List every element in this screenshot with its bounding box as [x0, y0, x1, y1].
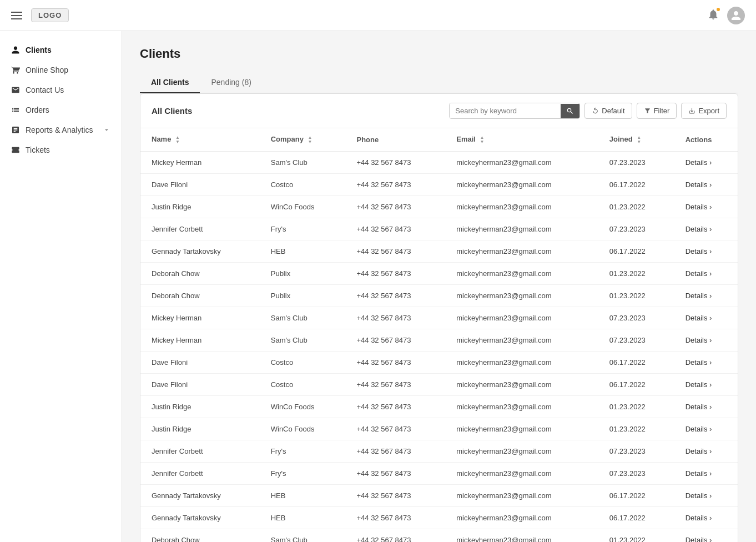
col-phone: Phone — [345, 128, 445, 151]
cell-phone: +44 32 567 8473 — [345, 240, 445, 262]
table-row: Dave Filoni Costco +44 32 567 8473 micke… — [140, 351, 738, 373]
cell-action[interactable]: Details › — [674, 218, 738, 240]
cell-action[interactable]: Details › — [674, 351, 738, 373]
col-company[interactable]: Company ▲▼ — [260, 128, 346, 151]
details-link[interactable]: Details › — [686, 314, 712, 322]
col-email[interactable]: Email ▲▼ — [445, 128, 598, 151]
reset-icon — [592, 107, 599, 114]
cell-action[interactable]: Details › — [674, 418, 738, 440]
details-link[interactable]: Details › — [686, 292, 712, 300]
notification-bell[interactable] — [707, 8, 719, 22]
cell-company: Fry's — [260, 218, 346, 240]
tab-pending[interactable]: Pending (8) — [200, 72, 262, 93]
cell-action[interactable]: Details › — [674, 262, 738, 284]
cell-action[interactable]: Details › — [674, 395, 738, 418]
sort-name[interactable]: ▲▼ — [175, 136, 180, 144]
cell-email: mickeyherman23@gmail.com — [445, 351, 598, 373]
export-button[interactable]: Export — [681, 103, 727, 119]
cell-action[interactable]: Details › — [674, 329, 738, 351]
cell-name: Deborah Chow — [140, 284, 260, 307]
sort-company[interactable]: ▲▼ — [308, 136, 313, 144]
details-link[interactable]: Details › — [686, 158, 712, 167]
user-avatar[interactable] — [727, 7, 745, 24]
details-link[interactable]: Details › — [686, 514, 712, 522]
table-row: Jennifer Corbett Fry's +44 32 567 8473 m… — [140, 462, 738, 484]
cell-joined: 06.17.2022 — [598, 484, 674, 506]
sidebar-item-clients[interactable]: Clients — [0, 40, 122, 60]
details-link[interactable]: Details › — [686, 225, 712, 233]
cell-action[interactable]: Details › — [674, 506, 738, 529]
cell-joined: 06.17.2022 — [598, 240, 674, 262]
sort-email[interactable]: ▲▼ — [480, 136, 485, 144]
details-link[interactable]: Details › — [686, 425, 712, 433]
details-link[interactable]: Details › — [686, 336, 712, 344]
cell-joined: 06.17.2022 — [598, 373, 674, 395]
cell-action[interactable]: Details › — [674, 195, 738, 218]
details-link[interactable]: Details › — [686, 380, 712, 389]
clients-table-header: All Clients Default Filter — [140, 94, 738, 128]
details-link[interactable]: Details › — [686, 358, 712, 367]
cell-action[interactable]: Details › — [674, 529, 738, 542]
cell-action[interactable]: Details › — [674, 373, 738, 395]
details-link[interactable]: Details › — [686, 469, 712, 478]
col-name[interactable]: Name ▲▼ — [140, 128, 260, 151]
cell-email: mickeyherman23@gmail.com — [445, 373, 598, 395]
details-link[interactable]: Details › — [686, 403, 712, 411]
cell-phone: +44 32 567 8473 — [345, 218, 445, 240]
filter-button[interactable]: Filter — [637, 103, 677, 119]
details-link[interactable]: Details › — [686, 203, 712, 211]
cell-action[interactable]: Details › — [674, 173, 738, 195]
cell-action[interactable]: Details › — [674, 240, 738, 262]
search-input[interactable] — [450, 103, 561, 118]
cell-name: Deborah Chow — [140, 529, 260, 542]
cell-action[interactable]: Details › — [674, 307, 738, 329]
details-link[interactable]: Details › — [686, 536, 712, 542]
table-row: Justin Ridge WinCo Foods +44 32 567 8473… — [140, 418, 738, 440]
tab-all-clients[interactable]: All Clients — [140, 72, 200, 93]
col-actions: Actions — [674, 128, 738, 151]
cell-company: Sam's Club — [260, 529, 346, 542]
table-head: Name ▲▼ Company ▲▼ Phone Email ▲▼ — [140, 128, 738, 151]
sidebar-item-tickets[interactable]: Tickets — [0, 140, 122, 160]
tabs-bar: All Clients Pending (8) — [140, 72, 738, 93]
sidebar-item-online-shop[interactable]: Online Shop — [0, 60, 122, 80]
search-button[interactable] — [561, 104, 579, 118]
cell-name: Dave Filoni — [140, 373, 260, 395]
table-row: Justin Ridge WinCo Foods +44 32 567 8473… — [140, 395, 738, 418]
cell-action[interactable]: Details › — [674, 440, 738, 462]
cell-action[interactable]: Details › — [674, 484, 738, 506]
cell-phone: +44 32 567 8473 — [345, 506, 445, 529]
cell-name: Gennady Tartakovsky — [140, 506, 260, 529]
sidebar-item-contact-us[interactable]: Contact Us — [0, 80, 122, 100]
cell-name: Dave Filoni — [140, 351, 260, 373]
cell-action[interactable]: Details › — [674, 462, 738, 484]
details-link[interactable]: Details › — [686, 491, 712, 500]
sidebar-item-orders[interactable]: Orders — [0, 100, 122, 120]
cell-phone: +44 32 567 8473 — [345, 195, 445, 218]
sort-joined[interactable]: ▲▼ — [637, 136, 641, 144]
cell-company: Costco — [260, 351, 346, 373]
details-link[interactable]: Details › — [686, 247, 712, 255]
cell-company: HEB — [260, 506, 346, 529]
sidebar-item-reports[interactable]: Reports & Analytics — [0, 120, 122, 140]
details-link[interactable]: Details › — [686, 447, 712, 455]
logo-button[interactable]: LOGO — [31, 8, 69, 22]
tickets-icon — [11, 145, 20, 154]
details-link[interactable]: Details › — [686, 269, 712, 278]
cell-action[interactable]: Details › — [674, 284, 738, 307]
search-icon — [566, 107, 574, 115]
table-row: Jennifer Corbett Fry's +44 32 567 8473 m… — [140, 440, 738, 462]
cell-name: Jennifer Corbett — [140, 218, 260, 240]
cell-email: mickeyherman23@gmail.com — [445, 284, 598, 307]
cell-company: Costco — [260, 173, 346, 195]
sidebar-label-orders: Orders — [26, 106, 49, 114]
default-button[interactable]: Default — [584, 103, 632, 119]
table-row: Gennady Tartakovsky HEB +44 32 567 8473 … — [140, 484, 738, 506]
col-joined[interactable]: Joined ▲▼ — [598, 128, 674, 151]
hamburger-menu[interactable] — [11, 12, 22, 19]
export-icon — [688, 107, 695, 114]
details-link[interactable]: Details › — [686, 180, 712, 189]
cell-action[interactable]: Details › — [674, 151, 738, 173]
cell-phone: +44 32 567 8473 — [345, 307, 445, 329]
clients-actions: Default Filter Export — [449, 103, 727, 119]
